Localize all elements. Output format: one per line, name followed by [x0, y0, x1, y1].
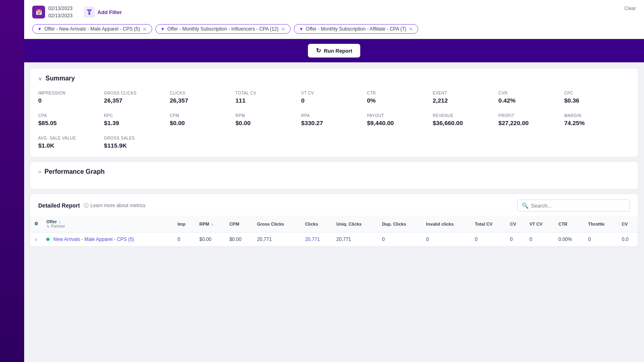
date-range: 02/13/2023 02/13/2023 — [48, 5, 72, 19]
run-report-label: Run Report — [324, 48, 353, 54]
date-to: 02/13/2023 — [48, 12, 72, 19]
metrics-row-1: IMPRESSION 0 GROSS CLICKS 26,357 CLICKS … — [38, 89, 630, 105]
metric-cpc-value: $0.36 — [564, 97, 627, 104]
metric-event: EVENT 2,212 — [433, 89, 498, 105]
col-uniq-clicks: Uniq. Clicks — [332, 216, 378, 232]
search-box: 🔍 — [517, 200, 630, 212]
offer-sort-icon[interactable]: ↓ — [59, 220, 61, 224]
metric-cpc: CPC $0.36 — [564, 89, 630, 105]
metric-cpm-value: $0.00 — [170, 119, 232, 126]
metric-rpc-value: $1.39 — [104, 119, 166, 126]
clear-link[interactable]: Clear — [624, 6, 636, 11]
metric-cpa-label: CPA — [38, 113, 101, 118]
tag-filter-icon-2: ▼ — [299, 27, 303, 31]
detailed-report-header: Detailed Report ⓘ Learn more about metri… — [30, 194, 638, 216]
metric-revenue-label: REVENUE — [433, 113, 495, 118]
col-cpm: CPM — [225, 216, 253, 232]
metric-profit-label: PROFIT — [498, 113, 561, 118]
metric-vt-cv-value: 0 — [301, 97, 363, 104]
run-report-bar: ↻ Run Report — [24, 39, 644, 62]
metric-cvr-value: 0.42% — [498, 97, 561, 104]
row-clicks-value[interactable]: 20,771 — [305, 237, 320, 242]
metric-gross-sales: GROSS SALES $115.9K — [104, 134, 169, 150]
metric-margin-label: MARGIN — [564, 113, 627, 118]
detailed-report-title: Detailed Report — [38, 202, 80, 209]
row-uniq-clicks-cell: 20,771 — [332, 232, 378, 247]
main-content: 📅 02/13/2023 02/13/2023 Add Filt — [24, 0, 644, 362]
page-wrapper: 📅 02/13/2023 02/13/2023 Add Filt — [0, 0, 644, 362]
table-header-row: ⚙ Offer ↓ ↳ Partner Imp — [30, 216, 638, 232]
col-vt-cv: VT CV — [525, 216, 554, 232]
col-cv: CV — [506, 216, 525, 232]
col-gross-clicks: Gross Clicks — [253, 216, 301, 232]
offer-label[interactable]: New Arrivals - Male Apparel - CPS (5) — [53, 237, 134, 242]
metric-impression-value: 0 — [38, 97, 101, 104]
remove-filter-0[interactable]: ✕ — [142, 27, 147, 32]
metric-cvr-label: CVR — [498, 91, 561, 95]
col-rpm[interactable]: RPM ↓ — [195, 216, 225, 232]
metric-ctr-value: 0% — [367, 97, 429, 104]
filter-header: 📅 02/13/2023 02/13/2023 Add Filt — [32, 5, 636, 19]
metric-avg-sale-label: AVG. SALE VALUE — [38, 136, 101, 140]
table-settings-icon[interactable]: ⚙ — [34, 221, 38, 226]
col-offer: Offer ↓ ↳ Partner — [42, 216, 173, 232]
performance-graph-chevron-icon: > — [38, 169, 41, 175]
metric-payout-label: PAYOUT — [367, 113, 429, 118]
summary-header[interactable]: ∨ Summary — [38, 75, 630, 82]
metric-vt-cv: VT CV 0 — [301, 89, 367, 105]
metric-ctr: CTR 0% — [367, 89, 433, 105]
table-body: ∨ New Arrivals - Male Apparel - CPS (5) … — [30, 232, 638, 247]
metric-gross-clicks-label: GROSS CLICKS — [104, 91, 166, 95]
metric-gross-sales-value: $115.9K — [104, 142, 166, 149]
metric-impression-label: IMPRESSION — [38, 91, 101, 95]
summary-section: ∨ Summary IMPRESSION 0 GROSS CLICKS 26,3… — [30, 68, 638, 157]
filter-tag-label-2: Offer - Monthly Subscription - Affiliate… — [306, 26, 406, 32]
filter-tag-label-1: Offer - Monthly Subscription - Influence… — [167, 26, 279, 32]
search-input[interactable] — [531, 203, 625, 209]
metric-revenue: REVENUE $36,660.00 — [433, 112, 498, 128]
row-throttle-cell: 0 — [584, 232, 617, 247]
row-clicks-cell: 20,771 — [301, 232, 332, 247]
add-filter-button[interactable]: Add Filter — [80, 5, 125, 19]
metric-gross-clicks-value: 26,357 — [104, 97, 166, 104]
date-from: 02/13/2023 — [48, 5, 72, 12]
metric-payout: PAYOUT $9,440.00 — [367, 112, 433, 128]
row-expand-icon[interactable]: ∨ — [34, 237, 37, 242]
filter-plus-svg — [86, 9, 93, 15]
remove-filter-2[interactable]: ✕ — [409, 27, 413, 32]
row-imp-cell: 0 — [173, 232, 195, 247]
metric-rpa: RPA $330.27 — [301, 112, 367, 128]
partner-arrow-icon: ↳ — [46, 224, 50, 228]
row-offer-cell: New Arrivals - Male Apparel - CPS (5) — [42, 232, 173, 247]
filter-tags: ▼ Offer - New Arrivals - Male Apparel - … — [32, 24, 636, 34]
search-icon: 🔍 — [522, 202, 528, 209]
metric-clicks-value: 26,357 — [170, 97, 232, 104]
calendar-icon: 📅 — [32, 6, 45, 19]
performance-graph-section: > Performance Graph — [30, 161, 638, 189]
summary-title: Summary — [45, 75, 75, 82]
remove-filter-1[interactable]: ✕ — [281, 27, 285, 32]
filter-tag-2: ▼ Offer - Monthly Subscription - Affilia… — [294, 24, 418, 34]
metric-total-cv: TOTAL CV 111 — [235, 89, 301, 105]
metric-cpc-label: CPC — [564, 91, 627, 95]
date-section: 📅 02/13/2023 02/13/2023 — [32, 5, 72, 19]
partner-sub-label: ↳ Partner — [46, 224, 169, 228]
add-filter-icon — [84, 6, 95, 18]
row-cv2-cell: 0.0 — [618, 232, 638, 247]
summary-chevron-icon: ∨ — [38, 76, 42, 82]
metric-rpc: RPC $1.39 — [104, 112, 169, 128]
metric-gross-sales-label: GROSS SALES — [104, 136, 166, 140]
run-report-icon: ↻ — [316, 47, 321, 54]
metric-cpm: CPM $0.00 — [170, 112, 235, 128]
performance-graph-header[interactable]: > Performance Graph — [38, 168, 630, 175]
metric-avg-sale-value: AVG. SALE VALUE $1.0K — [38, 134, 104, 150]
table-row: ∨ New Arrivals - Male Apparel - CPS (5) … — [30, 232, 638, 247]
learn-more-link[interactable]: ⓘ Learn more about metrics — [84, 202, 145, 209]
row-gross-clicks-cell: 20,771 — [253, 232, 301, 247]
run-report-button[interactable]: ↻ Run Report — [308, 44, 361, 58]
col-dup-clicks: Dup. Clicks — [378, 216, 422, 232]
col-throttle: Throttle — [584, 216, 617, 232]
metric-revenue-value: $36,660.00 — [433, 119, 495, 126]
tag-filter-icon-0: ▼ — [37, 27, 42, 31]
col-invalid-clicks: Invalid clicks — [422, 216, 471, 232]
